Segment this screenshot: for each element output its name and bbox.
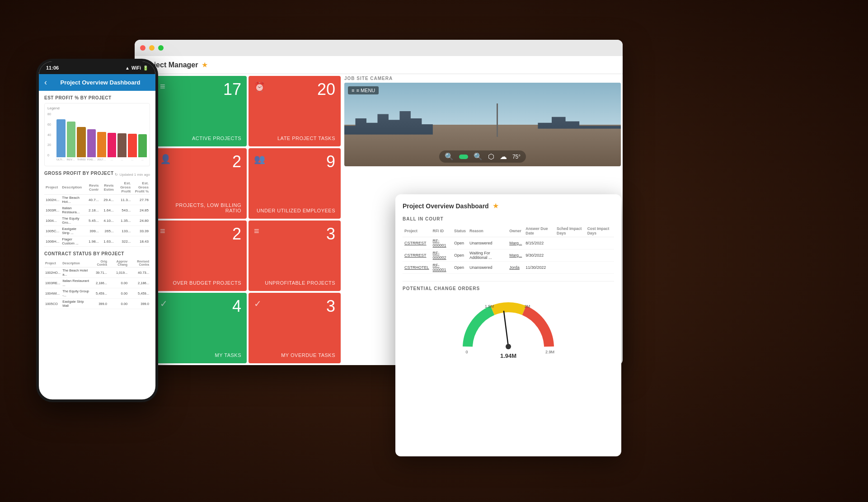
browser-minimize-dot[interactable] [149, 45, 155, 51]
bic-header-row: Project RFI ID Status Reason Owner Answe… [403, 225, 614, 237]
kpi-my-tasks[interactable]: ✓ 4 MY TASKS [155, 293, 247, 363]
chart-x-label-2: THR03 [77, 158, 86, 161]
weather-icon: ☁ [500, 152, 507, 161]
chart-legend: Legend [47, 106, 147, 110]
col-est-gross: Est. Gross Profit [115, 180, 132, 195]
temperature-display: 75° [512, 154, 521, 160]
zoom-out-icon[interactable]: 🔍 [445, 152, 454, 161]
chart-x-label-7: ... [128, 158, 137, 161]
over-budget-number: 2 [160, 226, 241, 242]
profit-cell-0-5: 27.76 [132, 195, 150, 205]
contract-col-approv: Approv Chang [108, 259, 128, 267]
kpi-late-tasks[interactable]: ⏰ 20 LATE PROJECT TASKS [249, 76, 341, 146]
bic-cell-2-0[interactable]: CSTRHOTEL [403, 262, 431, 274]
low-billing-number: 2 [160, 154, 241, 170]
chart-bar-2 [77, 127, 86, 158]
browser-maximize-dot[interactable] [158, 45, 164, 51]
active-projects-number: 17 [160, 81, 241, 98]
gauge-chart-container: 0 1.5M 2M 2.9M 1.94M [403, 295, 614, 362]
bic-cell-2-2: Open [452, 262, 468, 274]
bic-cell-0-2: Open [452, 237, 468, 249]
profit-cell-0-4: 11.3... [115, 195, 132, 205]
chart-x-labels: ULTICURR1REVREC02THR03FIXEDP062017PROG01… [56, 158, 147, 161]
profit-cell-1-1: Italian Restaura... [61, 205, 85, 216]
contract-cell-3-3: 0.00 [108, 299, 128, 309]
profit-cell-0-0: 1002H... [44, 195, 61, 205]
project-overview-panel: Project Overview Dashboard ★ BALL IN COU… [395, 194, 621, 456]
contract-cell-2-1: The Equity Group -... [61, 288, 90, 299]
bic-cell-0-4[interactable]: Marg... [507, 237, 524, 249]
share-icon[interactable]: ⬡ [488, 152, 494, 161]
kpi-unprofitable[interactable]: ≡ 3 UNPROFITABLE PROJECTS [249, 221, 341, 291]
bic-cell-1-4[interactable]: Marg... [507, 249, 524, 262]
profit-chart: Legend 80 60 40 20 0 ULTICURR1REVREC02TH… [44, 103, 150, 166]
chart-bar-8 [138, 134, 147, 157]
profit-cell-3-2: 399... [85, 226, 100, 236]
over-budget-label: OVER BUDGET PROJECTS [160, 280, 241, 286]
bic-col-due: Answer Due Date [524, 225, 555, 237]
camera-label: JOB SITE CAMERA [344, 76, 621, 81]
profit-cell-1-3: 1.64... [100, 205, 115, 216]
svg-point-5 [506, 344, 511, 349]
section-divider [403, 281, 614, 281]
bic-cell-2-4[interactable]: Jorda [507, 262, 524, 274]
profit-cell-4-5: 18.43 [132, 236, 150, 247]
chart-bar-1 [67, 122, 76, 157]
under-utilized-label: UNDER UTILIZED EMPLOYEES [254, 208, 335, 213]
profit-cell-1-2: 2.18... [85, 205, 100, 216]
late-tasks-number: 20 [254, 81, 335, 98]
bic-cell-0-6 [555, 237, 586, 249]
ball-in-court-title: BALL IN COURT [403, 216, 614, 221]
po-favorite-star[interactable]: ★ [493, 202, 499, 210]
zoom-in-icon[interactable]: 🔍 [474, 152, 483, 161]
bic-col-project: Project [403, 225, 431, 237]
camera-menu-label: ≡ MENU [356, 88, 375, 93]
profit-cell-4-2: 1.98... [85, 236, 100, 247]
profit-cell-3-1: Eastgate Strip ... [61, 226, 85, 236]
refresh-icon[interactable]: ↻ [115, 173, 118, 177]
ball-in-court-table: Project RFI ID Status Reason Owner Answe… [403, 225, 614, 274]
kpi-low-billing[interactable]: 👤 2 PROJECTS, LOW BILLING RATIO [155, 148, 247, 219]
low-billing-icon: 👤 [160, 154, 171, 164]
bic-cell-0-5: 8/15/2022 [524, 237, 555, 249]
bic-cell-1-6 [555, 249, 586, 262]
bic-cell-2-1[interactable]: RF-000001 [431, 262, 453, 274]
contract-col-desc: Description [61, 259, 90, 267]
kpi-under-utilized[interactable]: 👥 9 UNDER UTILIZED EMPLOYEES [249, 148, 341, 219]
kpi-grid: ≡ 17 ACTIVE PROJECTS ⏰ 20 LATE PROJECT T… [153, 74, 343, 365]
gauge-svg: 0 1.5M 2M 2.9M 1.94M [459, 297, 558, 360]
contract-row-3: 1005COEastgate Strip Mall399.00.00399.0 [44, 299, 150, 309]
kpi-over-budget[interactable]: ≡ 2 OVER BUDGET PROJECTS [155, 221, 247, 291]
profit-cell-1-0: 1003R... [44, 205, 61, 216]
contract-col-project: Project [44, 259, 61, 267]
bic-cell-1-1[interactable]: RF-000002 [431, 249, 453, 262]
chart-bar-7 [128, 134, 137, 157]
active-projects-label: ACTIVE PROJECTS [160, 136, 241, 141]
phone-nav-title: Project Overview Dashboard [51, 79, 150, 86]
browser-close-dot[interactable] [140, 45, 145, 51]
contract-col-revised: Revised Contra [128, 259, 150, 267]
kpi-active-projects[interactable]: ≡ 17 ACTIVE PROJECTS [155, 76, 247, 146]
profit-cell-2-3: 4.10... [100, 216, 115, 226]
my-tasks-number: 4 [160, 298, 241, 314]
bic-cell-0-0[interactable]: CSTRREST [403, 237, 431, 249]
contract-cell-0-2: 39.71... [90, 267, 108, 278]
profit-row-1: 1003R...Italian Restaura...2.18...1.64..… [44, 205, 150, 216]
bic-row-0: CSTRRESTRF-000001OpenUnansweredMarg...8/… [403, 237, 614, 249]
late-tasks-label: LATE PROJECT TASKS [254, 136, 335, 141]
bic-cell-0-7 [586, 237, 614, 249]
phone-back-button[interactable]: ‹ [44, 78, 47, 87]
col-project: Project [44, 180, 61, 195]
kpi-overdue-tasks[interactable]: ✓ 3 MY OVERDUE TASKS [249, 293, 341, 363]
col-revis-estim: Revis Estim [100, 180, 115, 195]
bic-cell-2-5: 11/30/2022 [524, 262, 555, 274]
favorite-star-icon[interactable]: ★ [202, 61, 208, 69]
chart-x-label-1: REVREC02 [67, 158, 76, 161]
contract-cell-3-2: 399.0 [90, 299, 108, 309]
active-projects-icon: ≡ [160, 81, 165, 92]
wifi-icon: WiFi [131, 66, 141, 70]
bic-cell-0-1[interactable]: RF-000001 [431, 237, 453, 249]
overdue-tasks-icon: ✓ [254, 298, 262, 309]
bic-cell-1-0[interactable]: CSTRREST [403, 249, 431, 262]
camera-menu-button[interactable]: ≡ ≡ MENU [348, 86, 379, 94]
